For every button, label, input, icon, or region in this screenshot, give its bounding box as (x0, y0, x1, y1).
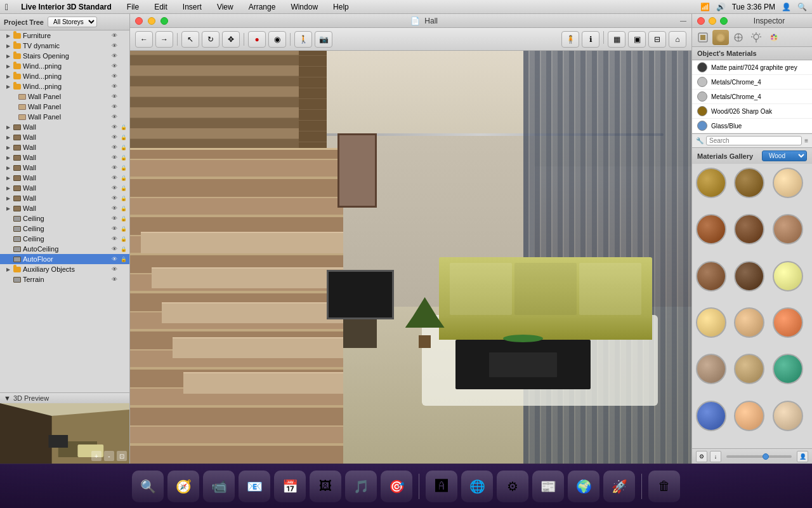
gallery-swatch-cherry[interactable] (773, 214, 808, 258)
tree-item[interactable]: ▶ Wall 👁 🔒 (0, 122, 129, 132)
gallery-swatch-bamboo[interactable] (773, 261, 808, 305)
dock-music[interactable]: 🎵 (345, 471, 377, 502)
eye-visibility-icon[interactable]: 👁 (112, 93, 121, 100)
eye-visibility-icon[interactable]: 👁 (112, 185, 121, 191)
dock-mail[interactable]: 📧 (239, 471, 270, 502)
material-item[interactable]: Metals/Chrome_4 (692, 75, 812, 90)
gallery-swatch-teak[interactable] (734, 401, 769, 444)
home-view-btn[interactable]: ⌂ (669, 31, 686, 48)
info-btn[interactable]: ℹ (582, 31, 599, 48)
window-collapse[interactable]: — (680, 17, 686, 24)
tree-item[interactable]: Ceiling 👁 🔒 (0, 234, 129, 244)
gallery-swatch-ash-light[interactable] (696, 354, 731, 398)
dock-facetime[interactable]: 📹 (203, 471, 235, 502)
dock-appstore[interactable]: 🅰 (426, 471, 457, 502)
menu-help[interactable]: Help (331, 3, 351, 11)
eye-visibility-icon[interactable]: 👁 (112, 63, 121, 69)
tree-item[interactable]: ▶ Wall 👁 🔒 (0, 173, 129, 183)
tree-item[interactable]: ▶ Furniture 👁 (0, 30, 129, 41)
list-options-icon[interactable]: ≡ (804, 137, 808, 144)
gallery-swatch-blue-stain[interactable] (696, 401, 731, 444)
menu-window[interactable]: Window (288, 3, 320, 11)
zoom-in-btn[interactable]: + (91, 451, 102, 461)
eye-visibility-icon[interactable]: 👁 (112, 175, 121, 181)
gallery-swatch-rosewood[interactable] (696, 261, 731, 305)
eye-visibility-icon[interactable]: 👁 (112, 154, 121, 161)
eye-visibility-icon[interactable]: 👁 (112, 256, 121, 262)
inspector-zoom-btn[interactable] (720, 17, 728, 25)
tree-item[interactable]: AutoCeiling 👁 🔒 (0, 244, 129, 254)
search-menubar-icon[interactable]: 🔍 (797, 3, 807, 11)
material-item[interactable]: Matte paint/7024 graphite grey (692, 60, 812, 75)
minimize-button[interactable] (148, 17, 155, 25)
tree-item[interactable]: ▶ Wall 👁 🔒 (0, 183, 129, 193)
dock-photos[interactable]: 🖼 (310, 471, 341, 502)
gallery-swatch-jade-wood[interactable] (773, 354, 808, 398)
view-3d-btn[interactable]: ▣ (628, 31, 646, 48)
tree-item[interactable]: Terrain 👁 (0, 274, 129, 284)
nav-forward-btn[interactable]: → (155, 31, 173, 48)
gallery-import-btn[interactable]: ↓ (710, 451, 721, 462)
eye-visibility-icon[interactable]: 👁 (112, 246, 121, 252)
gallery-swatch-maple-light[interactable] (773, 168, 808, 211)
nav-back-btn[interactable]: ← (135, 31, 153, 48)
viewport-3d[interactable] (130, 51, 691, 464)
dock-network[interactable]: 🌐 (461, 471, 493, 502)
eye-visibility-icon[interactable]: 👁 (112, 205, 121, 211)
menu-insert[interactable]: Insert (180, 3, 204, 11)
eye-visibility-icon[interactable]: 👁 (112, 236, 121, 242)
zoom-fit-btn[interactable]: ⊡ (117, 451, 127, 461)
menu-arrange[interactable]: Arrange (246, 3, 278, 11)
record-btn[interactable]: ● (248, 31, 266, 48)
tree-item[interactable]: ▶ Wall 👁 🔒 (0, 152, 129, 163)
dock-safari[interactable]: 🧭 (167, 471, 199, 502)
tree-item[interactable]: ▶ Wall 👁 🔒 (0, 132, 129, 142)
gallery-swatch-pine-light[interactable] (696, 307, 731, 351)
select-tool-btn[interactable]: ↖ (181, 31, 199, 48)
eye-visibility-icon[interactable]: 👁 (112, 32, 121, 39)
tree-item[interactable]: Wall Panel 👁 (0, 112, 129, 122)
eye-visibility-icon[interactable]: 👁 (112, 134, 121, 140)
tree-item[interactable]: AutoFloor 👁 🔒 (0, 254, 129, 264)
gallery-swatch-padauk[interactable] (773, 307, 808, 351)
material-item[interactable]: Glass/Blue (692, 119, 812, 133)
tree-item[interactable]: Wall Panel 👁 (0, 91, 129, 102)
inspector-material-btn[interactable] (712, 30, 729, 45)
inspector-light-btn[interactable] (748, 30, 764, 45)
dock-apps[interactable]: 🎯 (381, 471, 412, 502)
dock-world[interactable]: 🌍 (568, 471, 599, 502)
inspector-close-btn[interactable] (697, 17, 705, 25)
dock-trash[interactable]: 🗑 (648, 471, 680, 502)
size-slider[interactable] (726, 455, 792, 458)
view-2d-btn[interactable]: ▦ (608, 31, 625, 48)
material-item[interactable]: Metals/Chrome_4 (692, 90, 812, 104)
tree-item[interactable]: ▶ Wall 👁 🔒 (0, 203, 129, 213)
gallery-swatch-ash-medium[interactable] (734, 354, 769, 398)
tree-item[interactable]: ▶ Wind...pning 👁 (0, 81, 129, 91)
gallery-dropdown[interactable]: Wood Stone Metal Glass (762, 150, 807, 161)
eye-visibility-icon[interactable]: 👁 (112, 195, 121, 201)
tree-item[interactable]: ▶ Wind...pning 👁 (0, 71, 129, 81)
eye-visibility-icon[interactable]: 👁 (112, 43, 121, 49)
eye-visibility-icon[interactable]: 👁 (112, 164, 121, 171)
tree-item[interactable]: ▶ Wall 👁 🔒 (0, 142, 129, 152)
tree-item[interactable]: ▶ Stairs Opening 👁 (0, 51, 129, 61)
tree-item[interactable]: ▶ Wall 👁 🔒 (0, 193, 129, 203)
dock-finder[interactable]: 🔍 (132, 471, 164, 502)
storeys-select[interactable]: All Storeys (48, 17, 97, 27)
tree-item[interactable]: Ceiling 👁 🔒 (0, 213, 129, 224)
camera-walk-btn[interactable]: 🚶 (294, 31, 312, 48)
tree-item[interactable]: ▶ Auxiliary Objects 👁 (0, 264, 129, 274)
menu-view[interactable]: View (214, 3, 236, 11)
eye-visibility-icon[interactable]: 👁 (112, 225, 121, 232)
dock-launchpad[interactable]: 🚀 (603, 471, 635, 502)
gallery-settings-btn[interactable]: ⚙ (696, 451, 707, 462)
eye-visibility-icon[interactable]: 👁 (112, 215, 121, 222)
zoom-out-btn[interactable]: - (104, 451, 114, 461)
eye-btn[interactable]: ◉ (268, 31, 286, 48)
material-item[interactable]: Wood/026 Sharp Oak (692, 104, 812, 119)
gallery-swatch-pine-medium[interactable] (734, 307, 769, 351)
gallery-swatch-oak-light[interactable] (696, 168, 731, 211)
eye-visibility-icon[interactable]: 👁 (112, 266, 121, 272)
menu-file[interactable]: File (124, 3, 141, 11)
